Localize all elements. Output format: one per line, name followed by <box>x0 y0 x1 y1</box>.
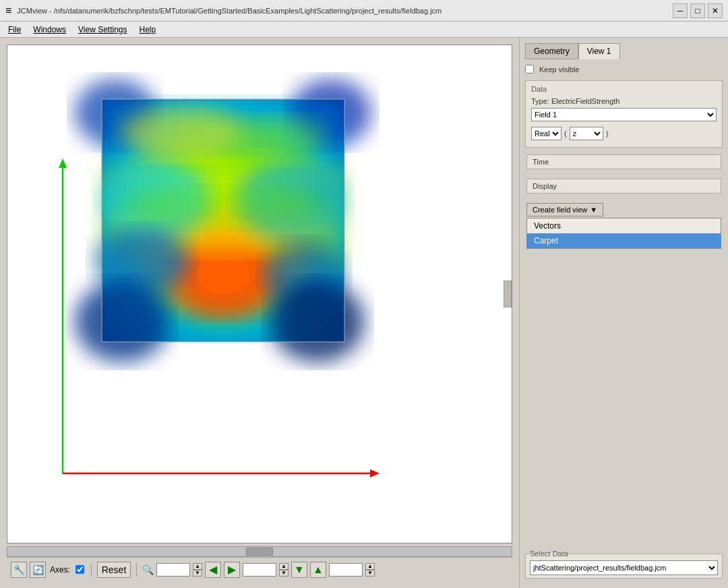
carpet-item[interactable]: Carpet <box>527 233 721 248</box>
z-select[interactable]: z <box>570 127 603 140</box>
axes-checkbox[interactable] <box>75 565 84 574</box>
angle2-spinner[interactable]: ▲ ▼ <box>365 563 375 577</box>
time-label: Time <box>526 154 721 169</box>
select-data-legend: Select Data <box>530 550 568 558</box>
x-axis-arrow <box>370 469 380 477</box>
display-row: Display <box>525 176 723 196</box>
up-arrow-button[interactable]: ▲ <box>310 562 326 578</box>
create-field-view-button[interactable]: Create field view ▼ <box>526 203 603 216</box>
select-data-dropdown[interactable]: jhtScattering/project_results/fieldbag.j… <box>530 560 718 575</box>
h-scrollbar[interactable] <box>7 546 512 557</box>
field-select[interactable]: Field 1 <box>531 108 717 121</box>
menu-icon[interactable]: ≡ <box>5 5 11 17</box>
keep-visible-label: Keep visible <box>539 65 579 74</box>
left-arrow-icon: ◀ <box>209 563 217 576</box>
component-row: Real ( z ) <box>531 127 717 140</box>
windows-menu[interactable]: Windows <box>28 24 71 36</box>
display-label: Display <box>526 179 721 194</box>
left-arrow-button[interactable]: ◀ <box>205 562 221 578</box>
zoom-spinner[interactable]: ▲ ▼ <box>193 563 202 577</box>
type-label: Type: ElectricFieldStrength <box>531 97 717 105</box>
down-arrow-icon: ▼ <box>294 564 305 576</box>
keep-visible-row: Keep visible <box>525 65 723 74</box>
angle2-input[interactable]: 90 <box>329 563 363 577</box>
y-axis-arrow <box>59 158 67 168</box>
settings-button[interactable]: 🔧 <box>11 562 27 578</box>
file-menu[interactable]: File <box>3 24 26 36</box>
separator-1 <box>91 563 92 577</box>
right-arrow-icon: ▶ <box>228 563 236 576</box>
svg-point-18 <box>115 187 331 227</box>
minimize-button[interactable]: ─ <box>673 3 688 18</box>
zoom-input[interactable]: 0.00 <box>156 563 190 577</box>
svg-point-17 <box>230 116 324 163</box>
window-title: JCMview - /nfs/datanumerik/bzfschnp/test… <box>17 7 442 15</box>
angle1-up[interactable]: ▲ <box>279 563 289 570</box>
select-data-section: Select Data jhtScattering/project_result… <box>525 546 723 583</box>
angle1-down[interactable]: ▼ <box>279 570 289 577</box>
viewport-canvas[interactable] <box>7 45 512 543</box>
dropdown-arrow-icon: ▼ <box>590 206 597 214</box>
menu-bar: File Windows View Settings Help <box>0 22 728 38</box>
paren-open: ( <box>564 129 567 138</box>
help-menu[interactable]: Help <box>134 24 162 36</box>
angle2-up[interactable]: ▲ <box>365 563 375 570</box>
spacer <box>525 256 723 541</box>
separator-2 <box>136 563 137 577</box>
refresh-button[interactable]: 🔄 <box>30 562 46 578</box>
create-field-view-label: Create field view <box>533 206 587 214</box>
geometry-tab[interactable]: Geometry <box>525 43 578 59</box>
svg-point-14 <box>270 281 365 362</box>
right-panel: Geometry View 1 Keep visible Data Type: … <box>519 38 728 588</box>
main-content: 🔧 🔄 Axes: Reset 🔍 0.00 ▲ ▼ ◀ ▶ 90 ▲ <box>0 38 728 588</box>
dropdown-menu: Vectors Carpet <box>526 218 721 249</box>
close-button[interactable]: ✕ <box>708 3 723 18</box>
data-section: Data Type: ElectricFieldStrength Field 1… <box>525 80 723 148</box>
resize-handle[interactable] <box>504 281 512 307</box>
down-arrow-button[interactable]: ▼ <box>291 562 307 578</box>
angle2-down[interactable]: ▼ <box>365 570 375 577</box>
zoom-down[interactable]: ▼ <box>193 570 202 577</box>
right-arrow-button[interactable]: ▶ <box>224 562 240 578</box>
window-controls: ─ □ ✕ <box>673 3 723 18</box>
zoom-icon: 🔍 <box>142 564 154 575</box>
view1-tab[interactable]: View 1 <box>578 43 620 59</box>
keep-visible-checkbox[interactable] <box>525 65 534 74</box>
data-section-header: Data <box>531 85 717 93</box>
view-settings-menu[interactable]: View Settings <box>73 24 133 36</box>
time-row: Time <box>525 152 723 172</box>
field-visualization <box>7 45 512 543</box>
real-select[interactable]: Real <box>531 127 562 140</box>
zoom-up[interactable]: ▲ <box>193 563 202 570</box>
svg-point-13 <box>75 281 169 362</box>
title-bar: ≡ JCMview - /nfs/datanumerik/bzfschnp/te… <box>0 0 728 22</box>
create-field-view-section: Create field view ▼ Vectors Carpet <box>525 200 723 252</box>
tab-bar: Geometry View 1 <box>525 43 723 59</box>
angle1-spinner[interactable]: ▲ ▼ <box>279 563 289 577</box>
bottom-toolbar: 🔧 🔄 Axes: Reset 🔍 0.00 ▲ ▼ ◀ ▶ 90 ▲ <box>7 557 512 581</box>
viewport-area: 🔧 🔄 Axes: Reset 🔍 0.00 ▲ ▼ ◀ ▶ 90 ▲ <box>0 38 519 588</box>
vectors-item[interactable]: Vectors <box>527 218 721 233</box>
axes-label: Axes: <box>50 565 70 575</box>
svg-point-16 <box>122 106 243 160</box>
reset-button[interactable]: Reset <box>97 562 131 578</box>
h-scrollbar-thumb[interactable] <box>246 548 273 556</box>
up-arrow-icon: ▲ <box>313 564 324 576</box>
paren-close: ) <box>606 129 609 138</box>
angle1-input[interactable]: 90 <box>243 563 276 577</box>
maximize-button[interactable]: □ <box>690 3 705 18</box>
